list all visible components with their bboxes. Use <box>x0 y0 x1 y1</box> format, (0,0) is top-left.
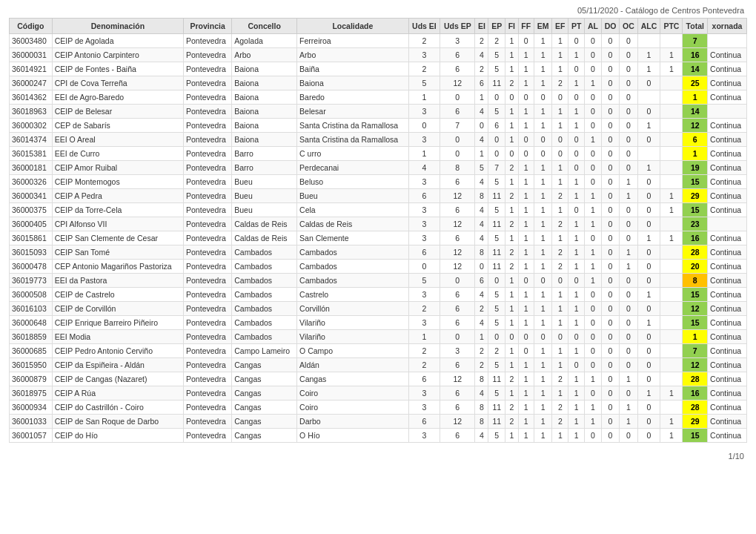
cell-localidade: Darbo <box>297 415 409 429</box>
table-row: 36018859EEI ModiaPontevedraCambadosVilar… <box>10 330 747 344</box>
cell-codigo: 36015950 <box>10 358 53 372</box>
cell-uds-ep: 6 <box>440 400 475 415</box>
cell-al: 1 <box>585 217 602 231</box>
cell-uds-ei: 3 <box>408 386 440 400</box>
cell-fi: 1 <box>505 274 519 288</box>
cell-xornada: Continua <box>708 90 747 105</box>
cell-oc: 1 <box>620 260 637 274</box>
cell-xornada: Continua <box>708 415 747 429</box>
cell-ep: 5 <box>488 175 505 189</box>
cell-denominacion: CEIP Antonio Carpintero <box>52 48 183 62</box>
cell-em: 1 <box>534 386 551 400</box>
cell-oc: 1 <box>620 245 637 260</box>
cell-uds-ei: 6 <box>408 372 440 386</box>
cell-ei: 8 <box>475 189 488 203</box>
cell-localidade: Corvillón <box>297 302 409 316</box>
cell-total: 28 <box>683 372 708 386</box>
cell-do: 0 <box>601 203 619 217</box>
cell-em: 1 <box>534 288 551 302</box>
cell-oc: 0 <box>620 274 637 288</box>
cell-do: 0 <box>601 161 619 175</box>
cell-ep: 5 <box>488 358 505 372</box>
cell-provincia: Pontevedra <box>184 48 232 62</box>
cell-concello: Cangas <box>232 358 297 372</box>
cell-al: 0 <box>585 48 602 62</box>
cell-uds-ep: 3 <box>440 344 475 358</box>
cell-provincia: Pontevedra <box>184 302 232 316</box>
cell-total: 15 <box>683 429 708 443</box>
cell-ff: 1 <box>518 217 534 231</box>
cell-ep: 5 <box>488 386 505 400</box>
cell-denominacion: CEIP de San Roque de Darbo <box>52 415 183 429</box>
cell-ef: 1 <box>552 231 568 245</box>
cell-denominacion: CEIP San Tomé <box>52 245 183 260</box>
cell-alc: 0 <box>637 429 660 443</box>
cell-ptc <box>660 330 683 344</box>
cell-ef: 2 <box>552 372 568 386</box>
cell-xornada: Continua <box>708 231 747 245</box>
cell-em: 1 <box>534 217 551 231</box>
cell-uds-ep: 0 <box>440 133 475 147</box>
cell-em: 1 <box>534 344 551 358</box>
cell-alc: 0 <box>637 217 660 231</box>
cell-total: 15 <box>683 316 708 330</box>
cell-total: 14 <box>683 105 708 119</box>
cell-uds-ep: 6 <box>440 203 475 217</box>
cell-codigo: 36000478 <box>10 260 53 274</box>
cell-localidade: Cangas <box>297 372 409 386</box>
cell-pt: 1 <box>568 245 585 260</box>
cell-uds-ei: 3 <box>408 133 440 147</box>
cell-ef: 2 <box>552 400 568 415</box>
cell-al: 0 <box>585 302 602 316</box>
cell-uds-ei: 2 <box>408 358 440 372</box>
cell-localidade: Coiro <box>297 400 409 415</box>
cell-pt: 1 <box>568 189 585 203</box>
cell-xornada: Continua <box>708 48 747 62</box>
cell-uds-ep: 0 <box>440 147 475 161</box>
cell-pt: 0 <box>568 358 585 372</box>
cell-uds-ep: 7 <box>440 119 475 133</box>
cell-ei: 2 <box>475 358 488 372</box>
cell-do: 0 <box>601 147 619 161</box>
cell-uds-ep: 12 <box>440 76 475 90</box>
col-codigo: Código <box>10 19 53 34</box>
cell-al: 0 <box>585 429 602 443</box>
cell-ef: 2 <box>552 260 568 274</box>
col-al: AL <box>585 19 602 34</box>
cell-xornada: Continua <box>708 189 747 203</box>
cell-uds-ep: 6 <box>440 288 475 302</box>
cell-uds-ep: 6 <box>440 231 475 245</box>
cell-ep: 11 <box>488 245 505 260</box>
cell-concello: Bueu <box>232 175 297 189</box>
cell-xornada <box>708 217 747 231</box>
cell-uds-ei: 6 <box>408 245 440 260</box>
cell-uds-ei: 5 <box>408 274 440 288</box>
cell-uds-ep: 12 <box>440 189 475 203</box>
cell-concello: Baiona <box>232 62 297 76</box>
cell-do: 0 <box>601 175 619 189</box>
cell-al: 0 <box>585 147 602 161</box>
cell-uds-ei: 3 <box>408 429 440 443</box>
cell-em: 1 <box>534 358 551 372</box>
cell-do: 0 <box>601 245 619 260</box>
cell-localidade: C urro <box>297 147 409 161</box>
cell-em: 1 <box>534 48 551 62</box>
footer: 1/10 <box>0 449 756 464</box>
cell-denominacion: CEIP de Fontes - Baiña <box>52 62 183 76</box>
cell-em: 0 <box>534 330 551 344</box>
cell-alc: 0 <box>637 330 660 344</box>
cell-fi: 2 <box>505 245 519 260</box>
cell-ptc <box>660 175 683 189</box>
cell-xornada: Continua <box>708 358 747 372</box>
cell-ef: 1 <box>552 48 568 62</box>
cell-alc: 0 <box>637 203 660 217</box>
cell-al: 0 <box>585 34 602 48</box>
table-row: 36000302CEP de SabarísPontevedraBaionaSa… <box>10 119 747 133</box>
table-row: 36000879CEIP de Cangas (Nazaret)Ponteved… <box>10 372 747 386</box>
cell-do: 0 <box>601 133 619 147</box>
cell-codigo: 36015381 <box>10 147 53 161</box>
cell-al: 0 <box>585 62 602 76</box>
cell-provincia: Pontevedra <box>184 358 232 372</box>
cell-ei: 1 <box>475 330 488 344</box>
cell-alc: 0 <box>637 274 660 288</box>
